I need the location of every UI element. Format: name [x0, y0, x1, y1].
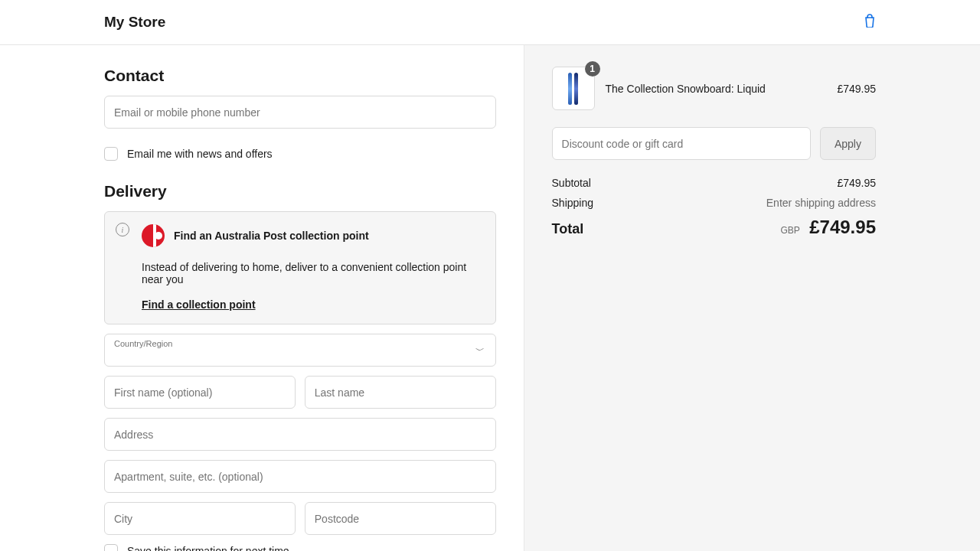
quantity-badge: 1: [585, 61, 600, 77]
subtotal-label: Subtotal: [552, 177, 591, 189]
country-label: Country/Region: [114, 339, 486, 348]
country-select[interactable]: Country/Region ﹀: [104, 334, 496, 367]
checkout-form: Contact Email me with news and offers De…: [0, 45, 524, 551]
total-label: Total: [552, 221, 584, 237]
shipping-value: Enter shipping address: [766, 197, 876, 209]
info-icon: i: [116, 223, 129, 236]
contact-heading: Contact: [104, 67, 496, 85]
city-field[interactable]: [104, 502, 296, 535]
discount-code-field[interactable]: [552, 127, 811, 160]
product-name: The Collection Snowboard: Liquid: [606, 83, 827, 95]
save-info-label: Save this information for next time: [127, 545, 289, 551]
news-checkbox[interactable]: [104, 147, 118, 161]
email-field[interactable]: [104, 96, 496, 129]
notice-title: Find an Australia Post collection point: [174, 230, 369, 242]
postcode-field[interactable]: [305, 502, 496, 535]
notice-body: Instead of delivering to home, deliver t…: [142, 261, 482, 285]
news-label: Email me with news and offers: [127, 148, 273, 160]
product-price: £749.95: [837, 83, 876, 95]
total-currency: GBP: [780, 225, 799, 236]
collection-point-notice: i Find an Australia Post collection poin…: [104, 211, 496, 324]
total-value: £749.95: [809, 217, 876, 237]
cart-item: 1 The Collection Snowboard: Liquid £749.…: [552, 67, 876, 110]
cart-icon[interactable]: [864, 14, 876, 31]
address-field[interactable]: [104, 418, 496, 451]
store-name[interactable]: My Store: [104, 14, 165, 31]
product-thumbnail: 1: [552, 67, 595, 110]
find-collection-link[interactable]: Find a collection point: [142, 298, 256, 311]
auspost-logo-icon: [142, 224, 165, 247]
order-summary: 1 The Collection Snowboard: Liquid £749.…: [524, 45, 980, 551]
apply-button[interactable]: Apply: [820, 127, 876, 160]
subtotal-value: £749.95: [837, 177, 876, 189]
save-info-checkbox[interactable]: [104, 544, 118, 551]
shipping-label: Shipping: [552, 197, 594, 209]
first-name-field[interactable]: [104, 376, 296, 409]
chevron-down-icon: ﹀: [475, 344, 485, 357]
apartment-field[interactable]: [104, 460, 496, 493]
header: My Store: [0, 0, 980, 45]
last-name-field[interactable]: [305, 376, 496, 409]
delivery-heading: Delivery: [104, 182, 496, 201]
